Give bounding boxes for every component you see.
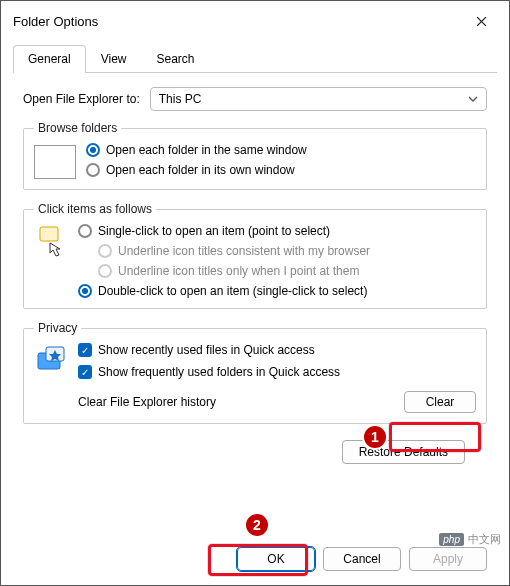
radio-icon: [78, 284, 92, 298]
ok-button[interactable]: OK: [237, 547, 315, 571]
browse-folders-group: Browse folders Open each folder in the s…: [23, 121, 487, 190]
radio-single-click[interactable]: Single-click to open an item (point to s…: [78, 224, 370, 238]
checkbox-icon: ✓: [78, 365, 92, 379]
tab-bar: General View Search: [13, 45, 497, 73]
radio-double-click[interactable]: Double-click to open an item (single-cli…: [78, 284, 370, 298]
tab-general[interactable]: General: [13, 45, 86, 73]
radio-icon: [86, 143, 100, 157]
quick-access-icon: [34, 343, 68, 377]
radio-underline-consistent: Underline icon titles consistent with my…: [98, 244, 370, 258]
badge-2: 2: [244, 512, 270, 538]
pointer-icon: [34, 224, 68, 260]
tab-search[interactable]: Search: [142, 45, 210, 72]
radio-icon: [78, 224, 92, 238]
privacy-group: Privacy ✓ Show recently used files in Qu…: [23, 321, 487, 424]
close-button[interactable]: [465, 9, 497, 33]
watermark: php 中文网: [439, 532, 501, 547]
open-explorer-label: Open File Explorer to:: [23, 92, 140, 106]
tab-view[interactable]: View: [86, 45, 142, 72]
radio-own-window[interactable]: Open each folder in its own window: [86, 163, 307, 177]
radio-same-window[interactable]: Open each folder in the same window: [86, 143, 307, 157]
click-items-legend: Click items as follows: [34, 202, 156, 216]
clear-button[interactable]: Clear: [404, 391, 476, 413]
cancel-button[interactable]: Cancel: [323, 547, 401, 571]
privacy-legend: Privacy: [34, 321, 81, 335]
folder-window-icon: [34, 145, 76, 179]
open-explorer-value: This PC: [159, 92, 202, 106]
check-recent-files[interactable]: ✓ Show recently used files in Quick acce…: [78, 343, 476, 357]
radio-icon: [98, 264, 112, 278]
radio-underline-point: Underline icon titles only when I point …: [98, 264, 370, 278]
window-title: Folder Options: [13, 14, 98, 29]
radio-icon: [98, 244, 112, 258]
apply-button: Apply: [409, 547, 487, 571]
radio-icon: [86, 163, 100, 177]
watermark-text: 中文网: [468, 532, 501, 547]
browse-folders-legend: Browse folders: [34, 121, 121, 135]
checkbox-icon: ✓: [78, 343, 92, 357]
open-explorer-combo[interactable]: This PC: [150, 87, 487, 111]
watermark-logo: php: [439, 533, 464, 546]
restore-defaults-button[interactable]: Restore Defaults: [342, 440, 465, 464]
clear-history-label: Clear File Explorer history: [78, 395, 216, 409]
chevron-down-icon: [468, 96, 478, 102]
click-items-group: Click items as follows Single-click to o…: [23, 202, 487, 309]
check-frequent-folders[interactable]: ✓ Show frequently used folders in Quick …: [78, 365, 476, 379]
svg-rect-0: [40, 227, 58, 241]
close-icon: [476, 16, 487, 27]
